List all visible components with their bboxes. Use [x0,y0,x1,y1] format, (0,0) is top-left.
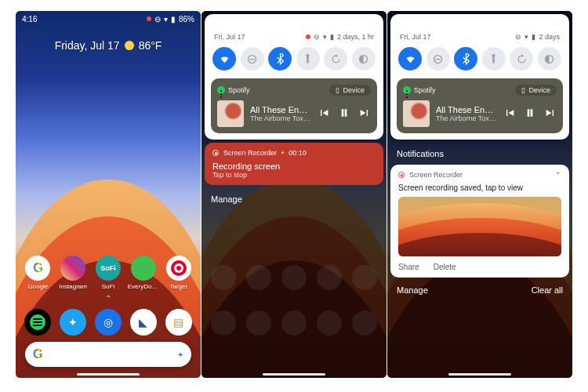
app-drawer-handle-icon[interactable]: ⌃ [105,294,111,303]
app-label: SoFi [102,283,114,290]
album-art [217,100,244,127]
wifi-icon: ▾ [524,33,528,41]
dock-app-files[interactable]: ▤ [163,309,194,336]
dock-app-adidas[interactable]: ◣ [128,309,159,336]
album-art [403,100,430,127]
dock-app-lens[interactable]: ◎ [93,309,124,336]
manage-button[interactable]: Manage [397,285,428,295]
notification-app-name: Screen Recorder [409,171,463,179]
media-device-label: Device [343,86,365,94]
cast-icon: ▯ [336,86,339,94]
recording-indicator-icon [147,16,151,21]
app-instagram[interactable]: Instagram [57,256,89,290]
media-previous-button[interactable] [318,107,330,121]
phone-home: 4:16 ⊖ ▾ ▮ 86% Friday, Jul 17 86°F GGoog… [16,11,201,378]
qs-autorotate-tile[interactable] [510,47,533,71]
share-action[interactable]: Share [398,263,419,271]
quick-settings-row [211,47,377,74]
media-device-button[interactable]: ▯Device [515,85,557,96]
qs-darktheme-tile[interactable] [352,47,376,71]
clear-all-button[interactable]: Clear all [532,285,563,295]
spotify-icon [217,86,225,94]
dock-app-spotify[interactable] [22,309,53,336]
notifications-section-label: Notifications [387,143,572,162]
qs-wifi-tile[interactable] [398,47,422,71]
quick-settings-card: Fri, Jul 17 ⊖ ▾ ▮ 2 days, 1 hr [205,14,383,140]
qs-dnd-tile[interactable] [241,47,264,71]
app-target[interactable]: Target [163,256,194,290]
dock: ✦ ◎ ◣ ▤ [16,309,201,336]
status-time: 4:17 [208,15,223,24]
spotify-icon [403,86,411,94]
media-player-card[interactable]: Spotify ▯Device All These En… The Airbor… [397,78,563,133]
media-player-card[interactable]: Spotify ▯Device All These En… The Airbor… [211,78,377,133]
qs-autorotate-tile[interactable] [324,47,347,71]
status-bar: 4:17 [201,11,387,27]
app-everydollar[interactable]: EveryDollar [128,256,159,290]
saved-recording-notification[interactable]: Screen Recorder ⌃ Screen recording saved… [390,165,569,278]
dnd-icon: ⊖ [154,15,161,24]
at-a-glance-widget[interactable]: Friday, Jul 17 86°F [16,39,201,52]
status-bar: 4:16 ⊖ ▾ ▮ 86% [16,11,201,27]
media-pause-button[interactable] [524,107,536,121]
media-previous-button[interactable] [503,107,516,121]
status-bar: 4:17 [387,11,572,27]
battery-icon: ▮ [171,15,176,24]
dnd-icon: ⊖ [515,33,521,41]
app-label: EveryDollar [128,283,159,290]
notification-app-name: Screen Recorder [223,149,277,157]
manage-button[interactable]: Manage [201,188,387,207]
app-label: Instagram [59,283,87,290]
app-google[interactable]: GGoogle [22,256,53,290]
qs-bluetooth-tile[interactable] [268,47,292,71]
quick-settings-row [397,47,563,74]
media-app-name: Spotify [414,86,436,94]
gesture-nav-bar[interactable] [448,373,511,376]
wifi-icon: ▾ [164,15,168,24]
qs-dnd-tile[interactable] [426,47,450,71]
date-text: Friday, Jul 17 [55,39,120,52]
cast-icon: ▯ [521,86,525,94]
qs-bluetooth-tile[interactable] [454,47,477,71]
weather-icon [125,41,134,50]
wifi-icon: ▾ [323,33,327,41]
search-bar[interactable]: G ✦ [25,342,191,367]
qs-flashlight-tile[interactable] [296,47,320,71]
media-track-title: All These En… [436,105,497,114]
record-icon [212,150,219,156]
status-time: 4:16 [22,15,37,24]
gesture-nav-bar[interactable] [77,373,140,376]
qs-flashlight-tile[interactable] [482,47,506,71]
media-pause-button[interactable] [338,107,350,121]
battery-estimate: 2 days, 1 hr [337,33,374,41]
delete-action[interactable]: Delete [434,263,456,271]
record-icon [398,172,405,178]
phone-shade-saved: 4:17 Fri, Jul 17 ⊖ ▾ ▮ 2 days [387,11,572,378]
dock-app-twitter[interactable]: ✦ [57,309,89,336]
gesture-nav-bar[interactable] [263,373,325,376]
app-sofi[interactable]: SoFiSoFi [93,256,124,290]
collapse-icon[interactable]: ⌃ [555,171,561,179]
notification-shade[interactable]: Fri, Jul 17 ⊖ ▾ ▮ 2 days Spotify [387,11,572,299]
media-artist: The Airborne Toxi… [250,114,311,122]
media-device-label: Device [528,86,550,94]
recording-notification[interactable]: Screen Recorder•00:10 Recording screen T… [205,143,383,185]
phone-shade-recording: 4:17 Fri, Jul 17 ⊖ ▾ ▮ 2 days, 1 hr [201,11,387,378]
media-device-button[interactable]: ▯Device [329,85,371,96]
recording-thumbnail[interactable] [398,197,561,256]
recording-indicator-icon [306,34,310,39]
media-next-button[interactable] [358,107,371,121]
battery-icon: ▮ [330,33,334,41]
qs-date: Fri, Jul 17 [400,33,431,41]
media-next-button[interactable] [544,107,557,121]
notification-shade[interactable]: Fri, Jul 17 ⊖ ▾ ▮ 2 days, 1 hr [201,11,387,207]
qs-wifi-tile[interactable] [212,47,236,71]
quick-settings-card: Fri, Jul 17 ⊖ ▾ ▮ 2 days Spotify [390,14,569,140]
assistant-icon[interactable]: ✦ [177,350,183,359]
google-logo-icon: G [33,347,42,361]
media-app-name: Spotify [228,86,250,94]
app-label: Target [169,283,187,290]
notification-subtitle: Tap to stop [212,171,376,179]
home-app-row: GGoogle Instagram SoFiSoFi EveryDollar T… [16,256,201,290]
qs-darktheme-tile[interactable] [538,47,561,71]
